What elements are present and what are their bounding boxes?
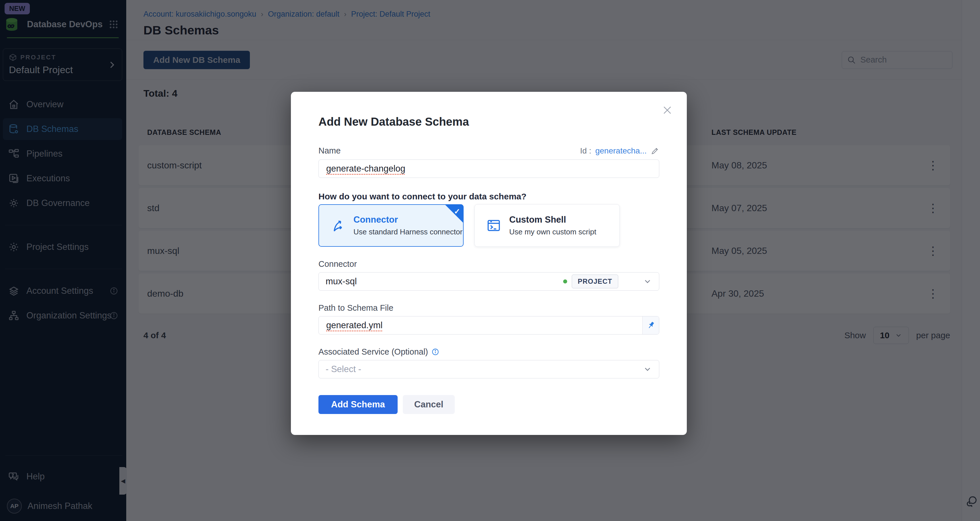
id-prefix-label: Id : (580, 146, 591, 156)
scope-chip: PROJECT (572, 274, 618, 288)
info-icon[interactable] (431, 348, 439, 356)
connector-select[interactable]: mux-sql PROJECT (318, 272, 659, 291)
id-value-link[interactable]: generatecha... (595, 146, 647, 156)
path-input-value: generated.yml (326, 320, 382, 330)
close-icon[interactable] (662, 104, 673, 116)
connector-card-subtitle: Use standard Harness connector (353, 228, 463, 236)
pin-button[interactable] (642, 317, 659, 334)
service-placeholder: - Select - (326, 364, 361, 374)
app-root: NEW Database DevOps (0, 0, 980, 521)
path-label: Path to Schema File (318, 303, 659, 313)
check-icon: ✓ (454, 207, 460, 216)
cancel-button[interactable]: Cancel (403, 395, 455, 414)
name-label: Name (318, 146, 340, 156)
name-input-value: generate-changelog (326, 164, 406, 174)
connector-card[interactable]: Connector Use standard Harness connector… (318, 204, 464, 247)
pin-icon (644, 319, 657, 332)
connector-label: Connector (318, 259, 659, 269)
custom-shell-card-title: Custom Shell (509, 215, 596, 225)
modal-title: Add New Database Schema (318, 92, 659, 128)
connect-question: How do you want to connect to your data … (318, 192, 659, 201)
add-schema-button[interactable]: Add Schema (318, 395, 398, 414)
connector-status-dot (563, 279, 567, 284)
edit-id-pencil-icon[interactable] (651, 147, 659, 155)
chevron-down-icon (643, 365, 652, 374)
name-input[interactable]: generate-changelog (318, 159, 659, 178)
terminal-icon (486, 218, 501, 233)
service-select[interactable]: - Select - (318, 360, 659, 378)
custom-shell-card-subtitle: Use my own custom script (509, 228, 596, 236)
path-input[interactable]: generated.yml (318, 316, 659, 335)
custom-shell-card[interactable]: Custom Shell Use my own custom script (474, 204, 620, 247)
modal-actions: Add Schema Cancel (318, 395, 659, 414)
chevron-down-icon (643, 277, 652, 286)
service-label: Associated Service (Optional) (318, 347, 428, 357)
service-label-row: Associated Service (Optional) (318, 347, 659, 357)
connection-type-cards: Connector Use standard Harness connector… (318, 204, 659, 247)
connector-value: mux-sql (326, 276, 357, 287)
connector-arrows-icon (331, 218, 345, 233)
add-schema-modal: Add New Database Schema Name Id : genera… (291, 92, 687, 435)
